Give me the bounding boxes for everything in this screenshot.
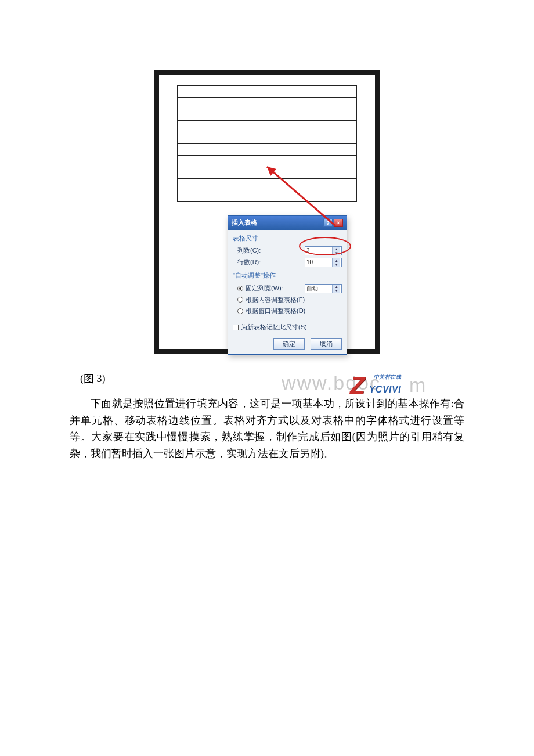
monitor-frame: 插入表格 ? × 表格尺寸 列数(C): ▴▾ 行数(R): <box>154 70 380 354</box>
fit-window-label: 根据窗口调整表格(D) <box>246 306 305 316</box>
body-paragraph: 下面就是按照位置进行填充内容，这可是一项基本功，所设计到的基本操作有:合并单元格… <box>70 395 464 462</box>
radio-fit-content[interactable] <box>237 297 243 303</box>
insert-table-dialog: 插入表格 ? × 表格尺寸 列数(C): ▴▾ 行数(R): <box>228 215 347 355</box>
spinner-arrows-icon[interactable]: ▴▾ <box>332 247 340 255</box>
radio-fixed-width[interactable] <box>237 286 243 291</box>
spinner-arrows-icon[interactable]: ▴▾ <box>332 258 340 267</box>
columns-spinner[interactable]: ▴▾ <box>305 246 342 255</box>
site-logo: Z 中关村在线 YCVIVI <box>350 366 401 405</box>
rows-input[interactable] <box>305 258 332 267</box>
dialog-title: 插入表格 <box>232 218 257 228</box>
section-table-size: 表格尺寸 <box>233 233 342 244</box>
fit-content-label: 根据内容调整表格(F) <box>246 295 305 305</box>
columns-input[interactable] <box>305 247 332 255</box>
remember-label: 为新表格记忆此尺寸(S) <box>241 322 307 333</box>
dialog-titlebar[interactable]: 插入表格 ? × <box>228 216 347 230</box>
logo-big-text: YCVIVI <box>369 384 401 394</box>
fixed-width-input[interactable] <box>305 285 332 293</box>
logo-small-text: 中关村在线 <box>369 373 401 381</box>
close-icon[interactable]: × <box>334 219 343 227</box>
watermark-trail: m <box>409 369 425 401</box>
corner-mark-right <box>360 335 370 344</box>
figure-3: 插入表格 ? × 表格尺寸 列数(C): ▴▾ 行数(R): <box>119 70 415 354</box>
section-auto-adjust: "自动调整"操作 <box>233 271 342 281</box>
fixed-width-spinner[interactable]: ▴▾ <box>305 284 342 293</box>
spinner-arrows-icon[interactable]: ▴▾ <box>332 285 340 293</box>
rows-spinner[interactable]: ▴▾ <box>305 258 342 267</box>
rows-label: 行数(R): <box>237 257 261 268</box>
cancel-button[interactable]: 取消 <box>311 338 342 350</box>
dialog-body: 表格尺寸 列数(C): ▴▾ 行数(R): ▴▾ "自动调整"操作 <box>228 230 347 355</box>
radio-fit-window[interactable] <box>237 308 243 314</box>
logo-z-icon: Z <box>350 366 365 405</box>
ok-button[interactable]: 确定 <box>273 338 305 350</box>
remember-checkbox[interactable] <box>233 325 239 330</box>
corner-mark-left <box>164 335 174 344</box>
help-icon[interactable]: ? <box>323 219 333 227</box>
fixed-width-label: 固定列宽(W): <box>246 283 283 294</box>
columns-label: 列数(C): <box>237 246 261 256</box>
inserted-table <box>177 85 357 202</box>
